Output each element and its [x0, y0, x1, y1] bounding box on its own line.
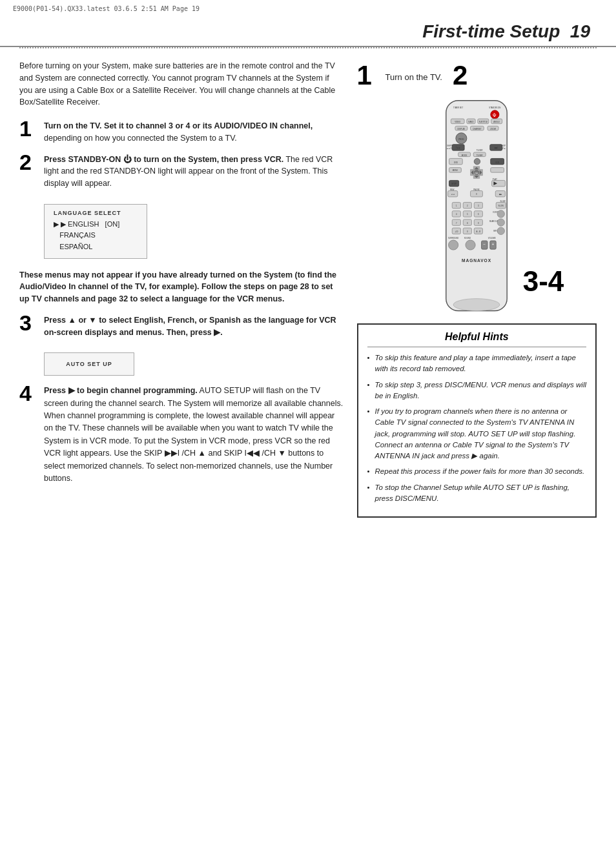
- svg-text:TUNER: TUNER: [477, 154, 483, 157]
- svg-text:SLOW: SLOW: [498, 205, 504, 207]
- svg-text:MODE: MODE: [462, 154, 467, 157]
- svg-text:PAUSE: PAUSE: [474, 188, 480, 191]
- remote-svg: TIMER SET STANDBY-ON ⏻ VIDEO BAND SUBTIT…: [412, 97, 541, 317]
- svg-text:▶▶I: ▶▶I: [495, 147, 498, 149]
- step-2-block: 2 Press STANDBY-ON ⏻ to turn on the Syst…: [19, 154, 344, 190]
- step-1-number: 1: [19, 117, 37, 139]
- svg-text:OK: OK: [475, 172, 479, 175]
- svg-text:+: +: [492, 242, 495, 247]
- right-step-1-row: 1 Turn on the TV. 2: [357, 60, 597, 91]
- svg-point-99: [466, 240, 475, 250]
- page-title: First-time Setup 19: [422, 21, 590, 42]
- svg-text:II: II: [476, 193, 477, 196]
- hint-4: Repeat this process if the power fails f…: [367, 466, 586, 477]
- main-content: Before turning on your System, make sure…: [0, 48, 616, 524]
- step-1-text: Turn on the TV. Set it to channel 3 or 4…: [44, 120, 344, 145]
- svg-text:TUNER: TUNER: [477, 149, 483, 152]
- svg-text:+10: +10: [455, 230, 458, 233]
- right-column: 1 Turn on the TV. 2 3-4 TIMER SET STANDB…: [357, 60, 597, 518]
- svg-text:A→B: A→B: [477, 230, 481, 233]
- lang-option-french: FRANÇAIS: [54, 230, 138, 241]
- menus-note: These menus may not appear if you have a…: [19, 269, 344, 305]
- hints-list: To skip this feature and play a tape imm…: [367, 352, 586, 504]
- svg-text:DISPLAY: DISPLAY: [458, 128, 466, 130]
- svg-text:VCR: VCR: [495, 161, 499, 164]
- right-step-2-num: 2: [453, 60, 467, 91]
- svg-text:SOUND: SOUND: [464, 237, 471, 239]
- step-2-number: 2: [19, 151, 37, 173]
- svg-text:DVD: DVD: [454, 161, 458, 164]
- svg-text:ANGLE: ANGLE: [494, 121, 500, 123]
- svg-point-78: [497, 210, 504, 218]
- step-4-number: 4: [19, 382, 37, 404]
- right-step-1-num: 1: [357, 62, 380, 89]
- svg-point-86: [497, 219, 504, 226]
- lang-select-title: LANGUAGE SELECT: [54, 210, 138, 216]
- svg-point-94: [497, 227, 504, 234]
- svg-text:SHIFT: SHIFT: [447, 145, 453, 147]
- lang-option-english: ▶ ENGLISH [ON]: [54, 219, 138, 230]
- auto-setup-title: AUTO SET UP: [57, 361, 121, 367]
- svg-point-105: [453, 299, 500, 311]
- svg-text:−: −: [484, 242, 486, 247]
- hint-1: To skip this feature and play a tape imm…: [367, 352, 586, 375]
- step-4-text: Press ▶ to begin channel programming. AU…: [44, 385, 344, 485]
- step-3-number: 3: [19, 312, 37, 334]
- intro-text: Before turning on your System, make sure…: [19, 60, 344, 108]
- lang-option-spanish: ESPAÑOL: [54, 241, 138, 253]
- right-step-34-num: 3-4: [523, 265, 564, 298]
- page-container: E9000(P01-54).QX33.latest 03.6.5 2:51 AM…: [0, 0, 616, 843]
- hint-3: If you try to program channels when ther…: [367, 406, 586, 462]
- step-1-block: 1 Turn on the TV. Set it to channel 3 or…: [19, 120, 344, 145]
- svg-text:VOLUME: VOLUME: [488, 237, 496, 239]
- step-3-text: Press ▲ or ▼ to select English, French, …: [44, 314, 344, 339]
- hint-2: To skip step 3, press DISC/MENU. VCR men…: [367, 380, 586, 402]
- hints-title: Helpful Hints: [367, 331, 586, 347]
- svg-text:◄◄: ◄◄: [451, 193, 455, 196]
- page-header: First-time Setup 19: [0, 15, 616, 47]
- svg-text:TIMER SET: TIMER SET: [453, 107, 463, 109]
- svg-text:I◄◄: I◄◄: [457, 147, 461, 149]
- right-step-1-text: Turn on the TV.: [385, 67, 442, 84]
- remote-image: 3-4 TIMER SET STANDBY-ON ⏻ VIDEO: [409, 97, 544, 317]
- step-2-text: Press STANDBY-ON ⏻ to turn on the System…: [44, 154, 344, 190]
- svg-text:VIDEO: VIDEO: [455, 121, 462, 123]
- step-4-block: 4 Press ▶ to begin channel programming. …: [19, 385, 344, 485]
- left-column: Before turning on your System, make sure…: [19, 60, 344, 518]
- svg-text:SUBTITLE: SUBTITLE: [479, 121, 488, 123]
- file-info: E9000(P01-54).QX33.latest 03.6.5 2:51 AM…: [0, 0, 616, 15]
- svg-text:SURROUND: SURROUND: [448, 237, 458, 239]
- svg-text:ZOOM: ZOOM: [491, 128, 497, 130]
- svg-text:MAGNAVOX: MAGNAVOX: [462, 258, 491, 263]
- svg-text:⏻: ⏻: [493, 113, 497, 117]
- auto-setup-box: AUTO SET UP: [44, 352, 134, 376]
- hints-box: Helpful Hints To skip this feature and p…: [357, 323, 597, 518]
- svg-text:BAND: BAND: [469, 121, 474, 123]
- step-3-block: 3 Press ▲ or ▼ to select English, French…: [19, 314, 344, 339]
- svg-point-98: [449, 240, 458, 250]
- svg-text:STANDBY-ON: STANDBY-ON: [489, 107, 501, 109]
- svg-rect-48: [491, 168, 504, 173]
- hint-5: To stop the Channel Setup while AUTO SET…: [367, 482, 586, 505]
- svg-text:PROG: PROG: [458, 138, 464, 141]
- svg-point-36: [474, 158, 480, 164]
- language-select-box: LANGUAGE SELECT ▶ ENGLISH [ON] FRANÇAIS …: [44, 204, 147, 259]
- svg-text:STOP: STOP: [451, 183, 457, 185]
- svg-text:REW: REW: [450, 188, 455, 191]
- svg-text:PLAY: PLAY: [493, 178, 497, 181]
- svg-text:MENU: MENU: [453, 169, 458, 172]
- svg-text:CHARSET: CHARSET: [473, 128, 482, 130]
